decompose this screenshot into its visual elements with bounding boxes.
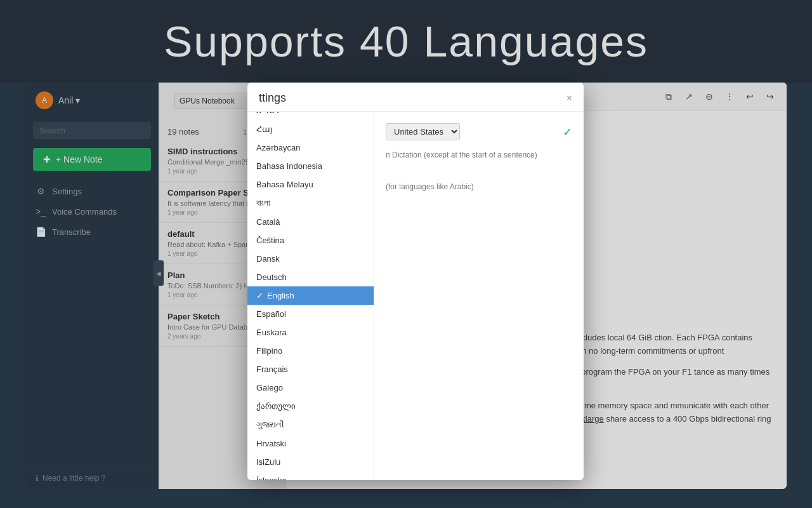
language-option[interactable]: Français	[247, 360, 374, 378]
toolbar-undo-button[interactable]: ↩	[741, 88, 759, 105]
search-input[interactable]	[33, 122, 151, 139]
language-option[interactable]: Filipino	[247, 342, 374, 360]
collapse-sidebar-button[interactable]: ◀	[154, 260, 164, 286]
close-button[interactable]: ×	[566, 93, 572, 104]
modal-header: ttings ×	[247, 83, 584, 112]
sidebar-footer: ℹ Need a little help ?	[25, 467, 159, 489]
toolbar-share-button[interactable]: ↗	[680, 88, 698, 105]
sidebar-item-voice-commands[interactable]: >_ Voice Commands	[25, 201, 159, 222]
language-option[interactable]: Čeština	[247, 231, 374, 250]
gear-icon: ⚙	[36, 186, 46, 196]
dictation-note: n Dictation (except at the start of a se…	[386, 150, 537, 159]
language-option[interactable]: Català	[247, 213, 374, 231]
language-option[interactable]: Español	[247, 305, 374, 323]
language-option[interactable]: Bahasa Melayu	[247, 175, 374, 194]
language-option[interactable]: Azərbaycan	[247, 138, 374, 157]
language-option[interactable]: Dansk	[247, 250, 374, 268]
sidebar-header: A Anil ▾	[25, 83, 159, 118]
language-option[interactable]: Galego	[247, 378, 374, 397]
info-icon: ℹ	[36, 474, 39, 483]
language-option[interactable]: বাংলা	[247, 194, 374, 213]
terminal-icon: >_	[36, 206, 46, 217]
dictation-row: n Dictation (except at the start of a se…	[386, 150, 572, 159]
language-option[interactable]: Bahasa Indonesia	[247, 157, 374, 175]
rtl-note: (for languages like Arabic)	[386, 182, 474, 191]
language-region-row: United States ✓	[386, 123, 572, 140]
new-note-button[interactable]: ✚ + New Note	[33, 148, 151, 171]
rtl-row: (for languages like Arabic)	[386, 182, 572, 191]
modal-title: ttings	[259, 91, 286, 105]
language-option[interactable]: ქართული	[247, 397, 374, 415]
sidebar-nav: ⚙ Settings >_ Voice Commands 📄 Transcrib…	[25, 181, 159, 242]
settings-modal: ttings × AfrikaansአማርኛՀայAzərbaycanBahas…	[247, 83, 584, 480]
language-option[interactable]: ✓English	[247, 286, 374, 305]
plus-icon: ✚	[43, 154, 51, 164]
modal-body: AfrikaansአማርኛՀայAzərbaycanBahasa Indones…	[247, 112, 584, 480]
language-option[interactable]: Euskara	[247, 323, 374, 342]
toolbar-right-actions: ⧉ ↗ ⊖ ⋮ ↩ ↪	[660, 88, 779, 105]
checkmark-icon: ✓	[563, 125, 572, 139]
avatar: A	[36, 91, 53, 109]
header-banner: Supports 40 Languages	[0, 0, 812, 83]
toolbar-more-button[interactable]: ⋮	[721, 88, 738, 105]
sidebar-item-settings[interactable]: ⚙ Settings	[25, 181, 159, 201]
settings-panel: United States ✓ n Dictation (except at t…	[374, 112, 584, 480]
toolbar-redo-button[interactable]: ↪	[761, 88, 779, 105]
language-option[interactable]: Hrvatski	[247, 434, 374, 453]
language-list[interactable]: AfrikaansአማርኛՀայAzərbaycanBahasa Indones…	[247, 112, 374, 480]
language-option[interactable]: Հայ	[247, 120, 374, 138]
toolbar-minus-button[interactable]: ⊖	[700, 88, 718, 105]
toolbar-copy-button[interactable]: ⧉	[660, 88, 678, 105]
notes-count: 19 notes	[167, 127, 199, 137]
language-option[interactable]: IsiZulu	[247, 453, 374, 471]
language-option[interactable]: አማርኛ	[247, 112, 374, 120]
user-name: Anil ▾	[58, 95, 80, 105]
sidebar: A Anil ▾ ✚ + New Note ⚙ Settings >_ Voic…	[25, 83, 159, 489]
language-option[interactable]: Deutsch	[247, 268, 374, 286]
language-option[interactable]: ગુજરાતી	[247, 415, 374, 434]
language-option[interactable]: Íslenska	[247, 471, 374, 480]
region-select[interactable]: United States	[386, 123, 460, 140]
sidebar-item-transcribe[interactable]: 📄 Transcribe	[25, 222, 159, 242]
document-icon: 📄	[36, 227, 46, 237]
header-title: Supports 40 Languages	[164, 17, 648, 66]
